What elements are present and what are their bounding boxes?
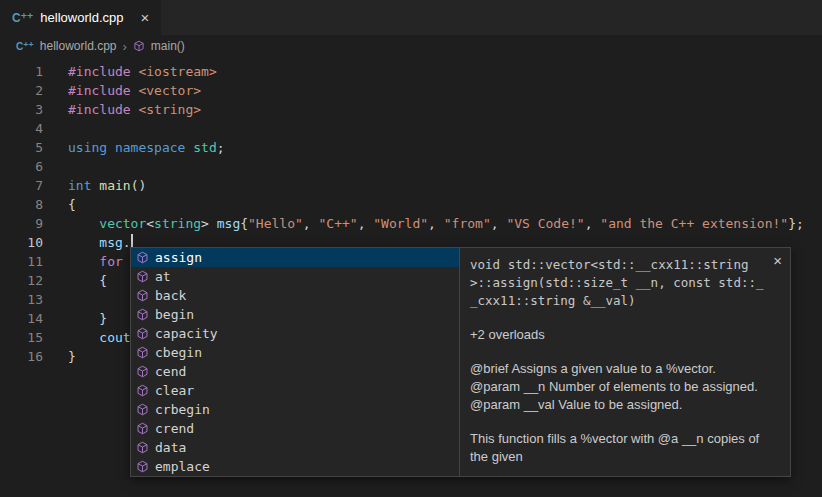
symbol-method-icon [136, 346, 149, 359]
code-line[interactable]: 2#include <vector> [0, 81, 822, 100]
tab-close-icon[interactable]: × [140, 10, 149, 25]
suggestion-label: assign [155, 250, 202, 265]
line-number: 8 [0, 195, 43, 214]
suggestion-begin[interactable]: begin [131, 305, 459, 324]
code-line[interactable]: 3#include <string> [0, 100, 822, 119]
symbol-method-icon [136, 422, 149, 435]
suggestion-label: cend [155, 364, 186, 379]
code-line-content: cout [43, 328, 131, 347]
code-line-content [43, 119, 68, 138]
breadcrumb: C⁺⁺ helloworld.cpp › main() [0, 35, 822, 57]
symbol-method-icon [133, 40, 145, 52]
symbol-method-icon [136, 308, 149, 321]
suggestion-emplace[interactable]: emplace [131, 457, 459, 476]
code-line-content [43, 290, 68, 309]
line-number: 3 [0, 100, 43, 119]
code-line[interactable]: 4 [0, 119, 822, 138]
suggestion-label: clear [155, 383, 194, 398]
line-number: 10 [0, 233, 43, 252]
suggestion-docs-panel: × void std::vector<std::__cxx11::string … [460, 247, 791, 477]
breadcrumb-separator-icon: › [123, 39, 127, 54]
code-line[interactable]: 8{ [0, 195, 822, 214]
line-number: 14 [0, 309, 43, 328]
code-line[interactable]: 1#include <iostream> [0, 62, 822, 81]
line-number: 13 [0, 290, 43, 309]
symbol-method-icon [136, 384, 149, 397]
suggestion-crend[interactable]: crend [131, 419, 459, 438]
suggestion-label: crbegin [155, 402, 210, 417]
suggestion-label: data [155, 440, 186, 455]
line-number: 4 [0, 119, 43, 138]
suggestion-label: at [155, 269, 171, 284]
suggestion-label: cbegin [155, 345, 202, 360]
suggestion-list: assignatbackbegincapacitycbegincendclear… [130, 247, 460, 477]
suggestion-clear[interactable]: clear [131, 381, 459, 400]
suggestion-back[interactable]: back [131, 286, 459, 305]
doc-brief: @brief Assigns a given value to a %vecto… [470, 360, 768, 378]
line-number: 11 [0, 252, 43, 271]
code-line-content: { [43, 195, 76, 214]
code-line-content: #include <iostream> [43, 62, 217, 81]
line-number: 2 [0, 81, 43, 100]
line-number: 9 [0, 214, 43, 233]
tab-bar: C⁺⁺ helloworld.cpp × [0, 0, 822, 35]
code-line-content: int main() [43, 176, 146, 195]
suggestion-cend[interactable]: cend [131, 362, 459, 381]
tab-helloworld-cpp[interactable]: C⁺⁺ helloworld.cpp × [0, 0, 161, 35]
symbol-method-icon [136, 460, 149, 473]
line-number: 12 [0, 271, 43, 290]
code-line-content [43, 157, 68, 176]
line-number: 1 [0, 62, 43, 81]
code-line-content: for [43, 252, 123, 271]
suggestion-label: crend [155, 421, 194, 436]
symbol-method-icon [136, 403, 149, 416]
cpp-file-icon: C⁺⁺ [16, 41, 34, 52]
intellisense-popup: assignatbackbegincapacitycbegincendclear… [130, 247, 791, 477]
line-number: 15 [0, 328, 43, 347]
suggestion-capacity[interactable]: capacity [131, 324, 459, 343]
symbol-method-icon [136, 289, 149, 302]
suggestion-data[interactable]: data [131, 438, 459, 457]
suggestion-label: begin [155, 307, 194, 322]
line-number: 5 [0, 138, 43, 157]
code-line-content: #include <vector> [43, 81, 201, 100]
code-line[interactable]: 9 vector<string> msg{"Hello", "C++", "Wo… [0, 214, 822, 233]
suggestion-cbegin[interactable]: cbegin [131, 343, 459, 362]
suggestion-crbegin[interactable]: crbegin [131, 400, 459, 419]
symbol-method-icon [136, 365, 149, 378]
code-line-content: } [43, 309, 107, 328]
code-line-content: } [43, 347, 76, 366]
line-number: 6 [0, 157, 43, 176]
symbol-method-icon [136, 270, 149, 283]
code-line[interactable]: 6 [0, 157, 822, 176]
breadcrumb-file[interactable]: helloworld.cpp [40, 39, 117, 53]
suggestion-label: emplace [155, 459, 210, 474]
suggestion-assign[interactable]: assign [131, 248, 459, 267]
code-line-content: using namespace std; [43, 138, 225, 157]
symbol-method-icon [136, 327, 149, 340]
code-line-content: vector<string> msg{"Hello", "C++", "Worl… [43, 214, 804, 233]
code-line-content: msg. [43, 233, 133, 252]
doc-overloads: +2 overloads [470, 326, 768, 344]
suggestion-label: capacity [155, 326, 218, 341]
cpp-file-icon: C⁺⁺ [12, 11, 33, 25]
doc-signature: void std::vector<std::__cxx11::string >:… [470, 256, 768, 310]
symbol-method-icon [136, 251, 149, 264]
suggestion-label: back [155, 288, 186, 303]
symbol-method-icon [136, 441, 149, 454]
doc-body: @brief Assigns a given value to a %vecto… [470, 360, 768, 466]
line-number: 16 [0, 347, 43, 366]
code-line-content: { [43, 271, 107, 290]
line-number: 7 [0, 176, 43, 195]
doc-param-val: @param __val Value to be assigned. [470, 396, 768, 414]
tab-title: helloworld.cpp [40, 10, 123, 25]
breadcrumb-symbol[interactable]: main() [151, 39, 185, 53]
code-line[interactable]: 7int main() [0, 176, 822, 195]
doc-description: This function fills a %vector with @a __… [470, 430, 768, 466]
close-icon[interactable]: × [773, 253, 782, 268]
code-line[interactable]: 5using namespace std; [0, 138, 822, 157]
doc-param-n: @param __n Number of elements to be assi… [470, 378, 768, 396]
suggestion-at[interactable]: at [131, 267, 459, 286]
code-line-content: #include <string> [43, 100, 201, 119]
